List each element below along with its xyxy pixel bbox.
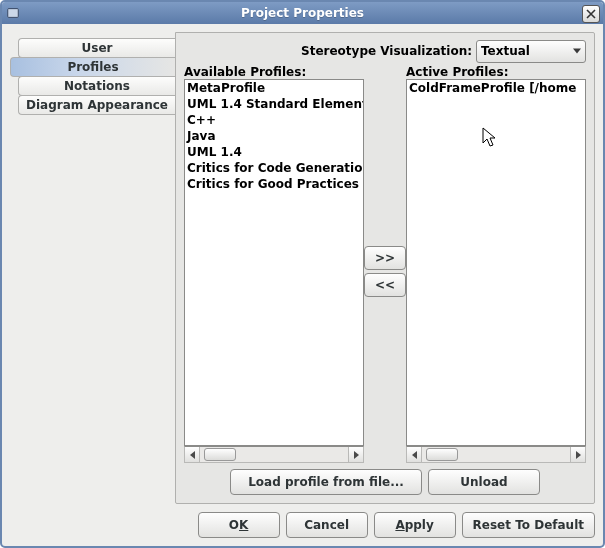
- dialog-button-row: OK Cancel Apply Reset To Default: [10, 512, 595, 538]
- scroll-left-icon[interactable]: [407, 447, 422, 462]
- close-icon[interactable]: [582, 5, 600, 23]
- reset-button[interactable]: Reset To Default: [462, 512, 595, 538]
- list-item[interactable]: Critics for Code Generation: [185, 160, 363, 176]
- tab-user[interactable]: User: [18, 38, 175, 58]
- active-profiles-list[interactable]: ColdFrameProfile [/home: [406, 79, 586, 446]
- scroll-right-icon[interactable]: [570, 447, 585, 462]
- dialog-content: User Profiles Notations Diagram Appearan…: [2, 24, 603, 546]
- active-scrollbar[interactable]: [406, 446, 586, 463]
- scroll-left-icon[interactable]: [185, 447, 200, 462]
- list-item[interactable]: UML 1.4: [185, 144, 363, 160]
- tab-list: User Profiles Notations Diagram Appearan…: [10, 38, 175, 504]
- available-label: Available Profiles:: [184, 65, 364, 79]
- add-profile-button[interactable]: >>: [364, 246, 406, 270]
- app-icon: [2, 2, 24, 24]
- stereotype-label: Stereotype Visualization:: [301, 44, 472, 58]
- scroll-thumb[interactable]: [204, 448, 236, 461]
- list-item[interactable]: Critics for Good Practices: [185, 176, 363, 192]
- window-title: Project Properties: [2, 6, 603, 20]
- unload-profile-button[interactable]: Unload: [428, 469, 540, 495]
- ok-button[interactable]: OK: [198, 512, 280, 538]
- scroll-right-icon[interactable]: [348, 447, 363, 462]
- profiles-panel: Stereotype Visualization: Textual Availa…: [175, 32, 595, 504]
- list-item[interactable]: Java: [185, 128, 363, 144]
- window: Project Properties User Profiles Notatio…: [0, 0, 605, 548]
- tab-diagram-appearance[interactable]: Diagram Appearance: [18, 95, 175, 115]
- stereotype-value: Textual: [481, 44, 530, 58]
- titlebar: Project Properties: [2, 2, 603, 24]
- list-item[interactable]: MetaProfile: [185, 80, 363, 96]
- list-item[interactable]: UML 1.4 Standard Elements: [185, 96, 363, 112]
- chevron-down-icon: [573, 49, 581, 54]
- svg-rect-0: [8, 9, 19, 18]
- active-label: Active Profiles:: [406, 65, 586, 79]
- cancel-button[interactable]: Cancel: [286, 512, 368, 538]
- load-profile-button[interactable]: Load profile from file...: [230, 469, 422, 495]
- stereotype-combo[interactable]: Textual: [476, 40, 586, 63]
- tab-profiles[interactable]: Profiles: [10, 57, 175, 77]
- list-item[interactable]: C++: [185, 112, 363, 128]
- available-scrollbar[interactable]: [184, 446, 364, 463]
- list-item[interactable]: ColdFrameProfile [/home: [407, 80, 585, 96]
- remove-profile-button[interactable]: <<: [364, 273, 406, 297]
- tab-notations[interactable]: Notations: [18, 76, 175, 96]
- available-profiles-list[interactable]: MetaProfile UML 1.4 Standard Elements C+…: [184, 79, 364, 446]
- scroll-thumb[interactable]: [426, 448, 458, 461]
- apply-button[interactable]: Apply: [374, 512, 456, 538]
- transfer-buttons: >> <<: [364, 79, 406, 463]
